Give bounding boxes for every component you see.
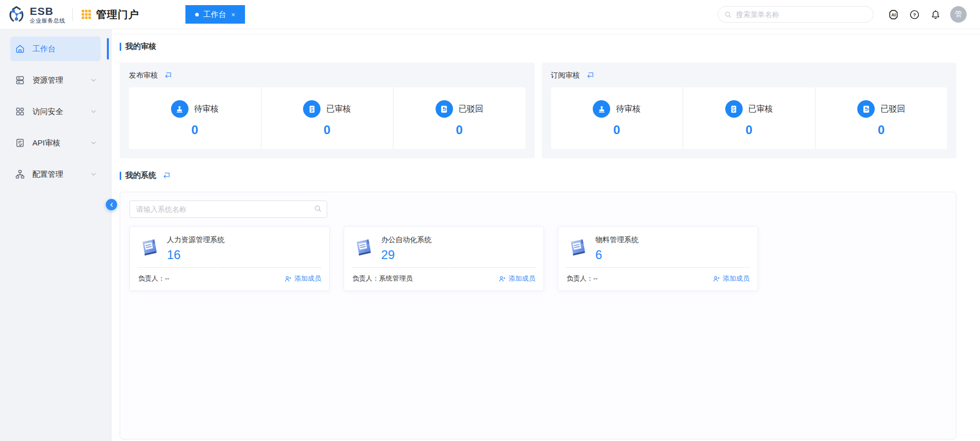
add-user-icon — [284, 275, 292, 283]
home-icon — [15, 44, 25, 54]
tab-active-dot — [195, 13, 199, 16]
sitemap-icon — [15, 169, 25, 179]
svg-text:AI: AI — [891, 12, 896, 17]
systems-section-header: 我的系统 — [120, 171, 956, 180]
apps-grid-icon — [15, 106, 25, 117]
systems-panel: 人力资源管理系统 16 负责人：-- 添加成员 — [120, 192, 956, 439]
system-count: 6 — [595, 249, 638, 261]
system-owner: 负责人：-- — [567, 274, 598, 283]
header-divider — [72, 8, 73, 21]
system-name: 办公自动化系统 — [381, 235, 431, 245]
server-icon — [15, 75, 25, 85]
system-box-icon — [352, 236, 374, 258]
user-avatar[interactable]: 管 — [950, 6, 967, 23]
publish-audit-stats-card: 待审核 0 已审核 0 — [129, 87, 525, 149]
esb-logo-icon — [7, 5, 26, 24]
menu-search-box[interactable] — [718, 6, 874, 23]
rollback-icon — [436, 100, 453, 118]
stat-label: 已审核 — [326, 104, 351, 115]
stat-value: 0 — [456, 124, 463, 136]
add-member-link[interactable]: 添加成员 — [712, 274, 749, 283]
logo-subtitle: 企业服务总线 — [30, 18, 65, 24]
menu-search-input[interactable] — [735, 10, 867, 19]
sidebar-nav: 工作台 资源管理 访问安全 — [0, 29, 111, 441]
stat-label: 已审核 — [748, 104, 773, 115]
add-user-icon — [712, 275, 720, 283]
stat-approved: 已审核 0 — [683, 87, 815, 149]
system-card-hr[interactable]: 人力资源管理系统 16 负责人：-- 添加成员 — [129, 226, 330, 291]
sidebar-item-api-audit[interactable]: API审核 — [10, 131, 101, 155]
add-member-label: 添加成员 — [294, 274, 321, 283]
stamp-icon — [171, 100, 189, 118]
tab-close-icon[interactable]: × — [231, 11, 235, 19]
portal-title-block: 管理门户 — [81, 8, 139, 22]
logo-title: ESB — [30, 6, 65, 16]
system-owner: 负责人：系统管理员 — [352, 274, 412, 283]
subscribe-audit-stats-card: 待审核 0 已审核 0 — [551, 87, 948, 149]
system-owner: 负责人：-- — [138, 274, 169, 283]
doc-check-icon — [725, 100, 743, 118]
sidebar-item-resources[interactable]: 资源管理 — [10, 68, 101, 93]
stat-approved: 已审核 0 — [261, 87, 393, 149]
stat-label: 待审核 — [194, 104, 219, 115]
system-count: 29 — [381, 249, 431, 261]
doc-audit-icon — [15, 138, 25, 148]
stat-value: 0 — [192, 124, 198, 136]
help-icon[interactable]: ? — [908, 8, 920, 21]
top-header: ESB 企业服务总线 管理门户 工作台 × — [0, 0, 980, 29]
ai-assistant-icon[interactable]: AI — [887, 8, 899, 21]
sidebar-item-label: 工作台 — [32, 44, 97, 54]
audit-section-header: 我的审核 — [120, 42, 956, 51]
system-card-oa[interactable]: 办公自动化系统 29 负责人：系统管理员 添加成员 — [344, 226, 544, 291]
add-member-link[interactable]: 添加成员 — [498, 274, 535, 283]
system-search-input[interactable] — [129, 200, 327, 218]
doc-check-icon — [303, 100, 321, 118]
stat-value: 0 — [613, 124, 620, 136]
sidebar-item-workbench[interactable]: 工作台 — [10, 36, 101, 61]
add-user-icon — [498, 275, 506, 283]
esb-logo: ESB 企业服务总线 — [7, 5, 65, 24]
sidebar-item-access-security[interactable]: 访问安全 — [10, 99, 101, 124]
sidebar-item-config[interactable]: 配置管理 — [10, 162, 101, 187]
stat-rejected: 已驳回 0 — [815, 87, 948, 149]
enter-link-icon[interactable] — [164, 71, 172, 80]
system-box-icon — [138, 236, 160, 258]
stat-label: 已驳回 — [880, 104, 905, 115]
panel-title: 订阅审核 — [551, 71, 580, 80]
stat-value: 0 — [878, 124, 884, 136]
stat-rejected: 已驳回 0 — [393, 87, 525, 149]
system-card-material[interactable]: 物料管理系统 6 负责人：-- 添加成员 — [558, 226, 758, 291]
tab-label: 工作台 — [203, 10, 226, 20]
section-title: 我的审核 — [125, 42, 156, 51]
subscribe-audit-panel: 订阅审核 待审核 0 — [542, 63, 957, 158]
system-name: 人力资源管理系统 — [167, 235, 224, 245]
main-content: 我的审核 发布审核 — [111, 29, 980, 441]
search-icon — [314, 205, 322, 213]
chevron-down-icon — [90, 140, 97, 146]
section-accent-bar — [120, 43, 121, 51]
stat-label: 待审核 — [616, 104, 640, 115]
bell-icon[interactable] — [929, 8, 941, 21]
sidebar-item-label: 配置管理 — [32, 170, 90, 179]
tab-workbench[interactable]: 工作台 × — [185, 5, 245, 24]
system-count: 16 — [167, 249, 224, 261]
search-icon — [724, 11, 732, 19]
system-name: 物料管理系统 — [595, 235, 638, 245]
sidebar-collapse-button[interactable] — [106, 199, 117, 210]
add-member-label: 添加成员 — [723, 274, 749, 283]
add-member-link[interactable]: 添加成员 — [284, 274, 321, 283]
stat-pending: 待审核 0 — [129, 87, 261, 149]
enter-link-icon[interactable] — [162, 172, 171, 180]
portal-title: 管理门户 — [96, 8, 139, 22]
stamp-icon — [593, 100, 610, 118]
system-search-box[interactable] — [129, 200, 327, 218]
chevron-down-icon — [90, 77, 97, 83]
chevron-down-icon — [90, 108, 97, 115]
sidebar-item-label: API审核 — [32, 138, 90, 148]
rollback-icon — [857, 100, 875, 118]
stat-pending: 待审核 0 — [551, 87, 683, 149]
enter-link-icon[interactable] — [586, 71, 594, 80]
system-box-icon — [567, 236, 588, 258]
panel-title: 发布审核 — [129, 71, 158, 80]
add-member-label: 添加成员 — [508, 274, 535, 283]
